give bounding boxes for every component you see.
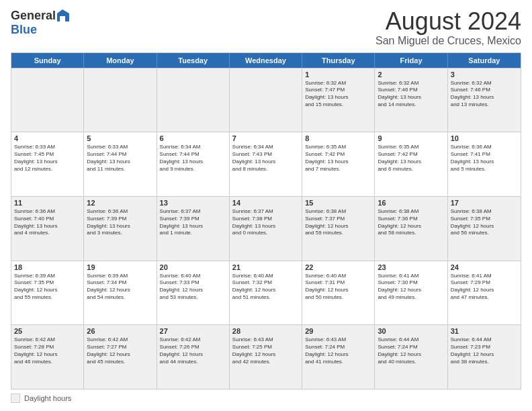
calendar: SundayMondayTuesdayWednesdayThursdayFrid… xyxy=(11,52,521,390)
calendar-cell: 10Sunrise: 6:36 AMSunset: 7:41 PMDayligh… xyxy=(448,132,521,196)
calendar-week-1: 1Sunrise: 6:32 AMSunset: 7:47 PMDaylight… xyxy=(11,68,521,132)
logo-blue: Blue xyxy=(11,23,37,37)
day-header-tuesday: Tuesday xyxy=(157,53,230,68)
calendar-cell: 3Sunrise: 6:32 AMSunset: 7:46 PMDaylight… xyxy=(448,68,521,132)
cell-info: Sunrise: 6:38 AMSunset: 7:36 PMDaylight:… xyxy=(378,208,444,237)
calendar-cell: 15Sunrise: 6:38 AMSunset: 7:37 PMDayligh… xyxy=(302,197,375,261)
day-number: 13 xyxy=(160,199,226,207)
day-number: 20 xyxy=(160,263,226,271)
day-header-thursday: Thursday xyxy=(302,53,375,68)
calendar-cell: 29Sunrise: 6:43 AMSunset: 7:24 PMDayligh… xyxy=(302,325,375,389)
calendar-cell: 24Sunrise: 6:41 AMSunset: 7:29 PMDayligh… xyxy=(448,261,521,325)
cell-info: Sunrise: 6:33 AMSunset: 7:44 PMDaylight:… xyxy=(87,144,153,173)
calendar-body: 1Sunrise: 6:32 AMSunset: 7:47 PMDaylight… xyxy=(11,68,521,389)
day-number: 31 xyxy=(451,327,518,335)
calendar-week-4: 18Sunrise: 6:39 AMSunset: 7:35 PMDayligh… xyxy=(11,261,521,325)
cell-info: Sunrise: 6:35 AMSunset: 7:42 PMDaylight:… xyxy=(378,144,444,173)
day-number: 29 xyxy=(305,327,371,335)
day-header-sunday: Sunday xyxy=(11,53,84,68)
day-number: 30 xyxy=(378,327,444,335)
legend-box xyxy=(11,394,20,403)
cell-info: Sunrise: 6:43 AMSunset: 7:25 PMDaylight:… xyxy=(232,336,299,365)
calendar-cell: 2Sunrise: 6:32 AMSunset: 7:46 PMDaylight… xyxy=(375,68,447,132)
calendar-cell: 22Sunrise: 6:40 AMSunset: 7:31 PMDayligh… xyxy=(302,261,375,325)
cell-info: Sunrise: 6:34 AMSunset: 7:43 PMDaylight:… xyxy=(232,144,299,173)
calendar-cell: 25Sunrise: 6:42 AMSunset: 7:28 PMDayligh… xyxy=(11,325,84,389)
day-number: 24 xyxy=(451,263,518,271)
day-number: 26 xyxy=(87,327,153,335)
calendar-cell xyxy=(230,68,302,132)
day-header-monday: Monday xyxy=(84,53,157,68)
header: GeneralBlue August 2024 San Miguel de Cr… xyxy=(11,8,521,47)
cell-info: Sunrise: 6:44 AMSunset: 7:23 PMDaylight:… xyxy=(451,336,518,365)
calendar-cell xyxy=(11,68,84,132)
cell-info: Sunrise: 6:32 AMSunset: 7:46 PMDaylight:… xyxy=(451,80,518,109)
svg-marker-0 xyxy=(57,9,69,21)
cell-info: Sunrise: 6:35 AMSunset: 7:42 PMDaylight:… xyxy=(305,144,371,173)
calendar-cell: 17Sunrise: 6:38 AMSunset: 7:35 PMDayligh… xyxy=(448,197,521,261)
cell-info: Sunrise: 6:32 AMSunset: 7:46 PMDaylight:… xyxy=(378,80,444,109)
day-number: 27 xyxy=(160,327,226,335)
calendar-cell: 5Sunrise: 6:33 AMSunset: 7:44 PMDaylight… xyxy=(84,132,157,196)
cell-info: Sunrise: 6:39 AMSunset: 7:35 PMDaylight:… xyxy=(14,273,81,302)
cell-info: Sunrise: 6:33 AMSunset: 7:45 PMDaylight:… xyxy=(14,144,81,173)
calendar-cell: 18Sunrise: 6:39 AMSunset: 7:35 PMDayligh… xyxy=(11,261,84,325)
day-number: 6 xyxy=(160,134,226,142)
calendar-cell: 7Sunrise: 6:34 AMSunset: 7:43 PMDaylight… xyxy=(230,132,302,196)
calendar-week-2: 4Sunrise: 6:33 AMSunset: 7:45 PMDaylight… xyxy=(11,132,521,196)
title-block: August 2024 San Miguel de Cruces, Mexico xyxy=(375,8,521,47)
calendar-cell: 19Sunrise: 6:39 AMSunset: 7:34 PMDayligh… xyxy=(84,261,157,325)
cell-info: Sunrise: 6:34 AMSunset: 7:44 PMDaylight:… xyxy=(160,144,226,173)
calendar-cell: 26Sunrise: 6:42 AMSunset: 7:27 PMDayligh… xyxy=(84,325,157,389)
cell-info: Sunrise: 6:37 AMSunset: 7:39 PMDaylight:… xyxy=(160,208,226,237)
cell-info: Sunrise: 6:39 AMSunset: 7:34 PMDaylight:… xyxy=(87,273,153,302)
day-number: 28 xyxy=(232,327,299,335)
legend: Daylight hours xyxy=(11,394,521,403)
calendar-cell: 12Sunrise: 6:36 AMSunset: 7:39 PMDayligh… xyxy=(84,197,157,261)
cell-info: Sunrise: 6:38 AMSunset: 7:37 PMDaylight:… xyxy=(305,208,371,237)
cell-info: Sunrise: 6:40 AMSunset: 7:32 PMDaylight:… xyxy=(232,273,299,302)
day-number: 16 xyxy=(378,199,444,207)
calendar-cell xyxy=(84,68,157,132)
day-number: 25 xyxy=(14,327,81,335)
logo-bird-icon xyxy=(56,8,71,23)
cell-info: Sunrise: 6:36 AMSunset: 7:41 PMDaylight:… xyxy=(451,144,518,173)
day-number: 17 xyxy=(451,199,518,207)
day-number: 9 xyxy=(378,134,444,142)
day-number: 4 xyxy=(14,134,81,142)
day-number: 5 xyxy=(87,134,153,142)
calendar-cell: 30Sunrise: 6:44 AMSunset: 7:24 PMDayligh… xyxy=(375,325,447,389)
calendar-cell: 23Sunrise: 6:41 AMSunset: 7:30 PMDayligh… xyxy=(375,261,447,325)
calendar-cell: 20Sunrise: 6:40 AMSunset: 7:33 PMDayligh… xyxy=(157,261,230,325)
calendar-cell: 31Sunrise: 6:44 AMSunset: 7:23 PMDayligh… xyxy=(448,325,521,389)
day-number: 8 xyxy=(305,134,371,142)
day-number: 2 xyxy=(378,71,444,79)
cell-info: Sunrise: 6:43 AMSunset: 7:24 PMDaylight:… xyxy=(305,336,371,365)
calendar-cell: 4Sunrise: 6:33 AMSunset: 7:45 PMDaylight… xyxy=(11,132,84,196)
calendar-cell: 1Sunrise: 6:32 AMSunset: 7:47 PMDaylight… xyxy=(302,68,375,132)
page: GeneralBlue August 2024 San Miguel de Cr… xyxy=(0,0,532,411)
day-number: 18 xyxy=(14,263,81,271)
day-number: 15 xyxy=(305,199,371,207)
calendar-cell xyxy=(157,68,230,132)
day-number: 22 xyxy=(305,263,371,271)
day-number: 14 xyxy=(232,199,299,207)
calendar-cell: 9Sunrise: 6:35 AMSunset: 7:42 PMDaylight… xyxy=(375,132,447,196)
main-title: August 2024 xyxy=(375,8,521,35)
day-number: 3 xyxy=(451,71,518,79)
calendar-cell: 28Sunrise: 6:43 AMSunset: 7:25 PMDayligh… xyxy=(230,325,302,389)
calendar-cell: 11Sunrise: 6:36 AMSunset: 7:40 PMDayligh… xyxy=(11,197,84,261)
day-header-wednesday: Wednesday xyxy=(230,53,302,68)
cell-info: Sunrise: 6:40 AMSunset: 7:33 PMDaylight:… xyxy=(160,273,226,302)
cell-info: Sunrise: 6:36 AMSunset: 7:39 PMDaylight:… xyxy=(87,208,153,237)
day-header-friday: Friday xyxy=(375,53,447,68)
day-number: 1 xyxy=(305,71,371,79)
day-number: 23 xyxy=(378,263,444,271)
calendar-cell: 16Sunrise: 6:38 AMSunset: 7:36 PMDayligh… xyxy=(375,197,447,261)
cell-info: Sunrise: 6:38 AMSunset: 7:35 PMDaylight:… xyxy=(451,208,518,237)
calendar-cell: 21Sunrise: 6:40 AMSunset: 7:32 PMDayligh… xyxy=(230,261,302,325)
calendar-cell: 6Sunrise: 6:34 AMSunset: 7:44 PMDaylight… xyxy=(157,132,230,196)
subtitle: San Miguel de Cruces, Mexico xyxy=(375,35,521,47)
day-number: 19 xyxy=(87,263,153,271)
day-number: 10 xyxy=(451,134,518,142)
